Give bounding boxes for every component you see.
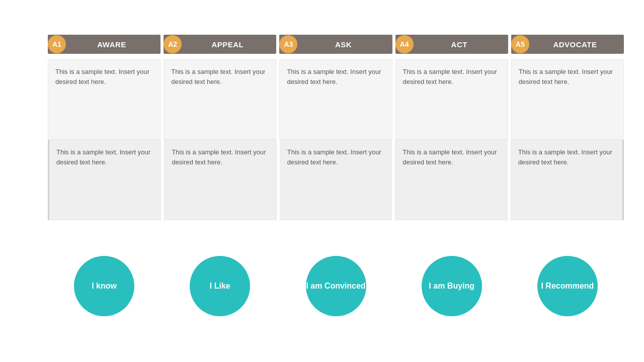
impression-circle-4: I am Buying [422,256,482,316]
touch-row: This is a sample text. Insert your desir… [48,140,624,220]
impression-cell-1: I know [48,251,160,321]
touch-cell-5: This is a sample text. Insert your desir… [511,140,624,220]
columns-header: A1AWAREA2APPEALA3ASKA4ACTA5ADVOCATE [48,29,624,59]
touch-cell-1: This is a sample text. Insert your desir… [48,140,161,220]
touch-cell-3: This is a sample text. Insert your desir… [280,140,392,220]
rows-section: This is a sample text. Insert your desir… [48,59,624,352]
behaviour-cell-4: This is a sample text. Insert your desir… [395,59,508,140]
row-labels [20,29,48,352]
col-badge-4: A4 [395,35,414,53]
touch-cell-4: This is a sample text. Insert your desir… [395,140,507,220]
behaviour-cell-2: This is a sample text. Insert your desir… [164,59,276,140]
col-header-act: A4ACT [395,29,508,59]
impression-cell-3: I am Convinced [279,251,392,321]
col-header-aware: A1AWARE [48,29,160,59]
col-header-ask: A3ASK [279,29,392,59]
impression-cell-2: I Like [164,251,276,321]
col-badge-2: A2 [164,35,182,53]
col-header-appeal: A2APPEAL [164,29,276,59]
row-label-behaviour [20,59,48,140]
impression-circle-5: I Recommend [537,256,598,316]
col-badge-5: A5 [511,35,529,53]
impression-circle-1: I know [74,256,134,316]
behaviour-cell-1: This is a sample text. Insert your desir… [48,59,160,140]
impression-row: I knowI LikeI am ConvincedI am BuyingI R… [48,220,624,352]
row-label-impression [20,220,48,352]
touch-cell-2: This is a sample text. Insert your desir… [164,140,276,220]
behaviour-cell-5: This is a sample text. Insert your desir… [511,59,624,140]
impression-cell-5: I Recommend [511,251,624,321]
col-badge-1: A1 [48,35,66,53]
behaviour-cell-3: This is a sample text. Insert your desir… [279,59,392,140]
col-badge-3: A3 [279,35,297,53]
row-label-touch [20,140,48,220]
impression-cell-4: I am Buying [395,251,508,321]
behaviour-row: This is a sample text. Insert your desir… [48,59,624,140]
table-area: A1AWAREA2APPEALA3ASKA4ACTA5ADVOCATE This… [20,29,624,352]
impression-circle-3: I am Convinced [306,256,366,316]
col-header-advocate: A5ADVOCATE [511,29,624,59]
slide: A1AWAREA2APPEALA3ASKA4ACTA5ADVOCATE This… [0,0,644,362]
main-grid: A1AWAREA2APPEALA3ASKA4ACTA5ADVOCATE This… [48,29,624,352]
impression-circle-2: I Like [190,256,250,316]
